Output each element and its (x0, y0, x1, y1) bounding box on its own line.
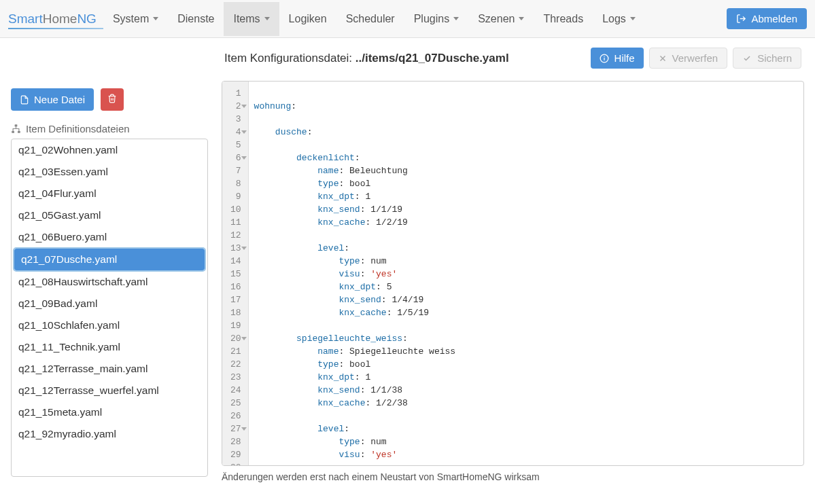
code-editor[interactable]: 1234567891011121314151617181920212223242… (222, 81, 804, 466)
nav-item-threads[interactable]: Threads (534, 2, 593, 36)
code-line[interactable] (254, 461, 803, 465)
svg-rect-5 (604, 57, 604, 60)
nav-item-label: Dienste (177, 13, 214, 25)
code-line[interactable]: knx_dpt: 1 (254, 190, 803, 203)
file-item[interactable]: q21_15meta.yaml (12, 401, 207, 423)
code-line[interactable]: knx_send: 1/1/19 (254, 203, 803, 216)
file-item[interactable]: q21_12Terrasse_main.yaml (12, 358, 207, 380)
brand-part-c: NG (77, 12, 97, 26)
code-line[interactable]: name: Spiegelleuchte weiss (254, 345, 803, 358)
code-line[interactable]: visu: 'yes' (254, 448, 803, 461)
line-number: 23 (230, 371, 241, 384)
code-line[interactable]: type: bool (254, 358, 803, 371)
line-number: 16 (230, 281, 241, 293)
nav-item-label: Scheduler (346, 13, 395, 25)
save-button: Sichern (733, 48, 801, 69)
file-item[interactable]: q21_06Buero.yaml (12, 226, 207, 248)
code-line[interactable]: level: (254, 242, 803, 255)
code-line[interactable] (254, 319, 803, 332)
file-item[interactable]: q21_09Bad.yaml (12, 293, 207, 314)
code-line[interactable]: type: num (254, 435, 803, 448)
nav-item-logiken[interactable]: Logiken (279, 2, 336, 36)
nav-item-plugins[interactable]: Plugins (404, 2, 468, 36)
nav-item-label: Plugins (414, 13, 449, 25)
new-file-button[interactable]: Neue Datei (11, 88, 94, 111)
code-line[interactable]: knx_cache: 1/2/19 (254, 216, 803, 229)
file-list-heading: Item Definitionsdateien (11, 123, 208, 134)
chevron-down-icon (453, 17, 459, 20)
file-item[interactable]: q21_04Flur.yaml (12, 183, 207, 204)
code-line[interactable]: dusche: (254, 126, 803, 139)
code-line[interactable] (254, 87, 803, 100)
code-line[interactable]: wohnung: (254, 100, 803, 113)
line-number: 13 (230, 242, 241, 255)
svg-rect-6 (604, 56, 604, 56)
nav-left: SmartHomeNG SystemDiensteItemsLogikenSch… (8, 2, 645, 36)
file-item[interactable]: q21_10Schlafen.yaml (12, 314, 207, 336)
chevron-down-icon (519, 17, 524, 20)
line-number: 28 (230, 435, 241, 448)
nav-item-dienste[interactable]: Dienste (168, 2, 224, 36)
logout-button[interactable]: Abmelden (727, 8, 807, 29)
page-title-prefix: Item Konfigurationsdatei: (224, 52, 356, 65)
chevron-down-icon (153, 17, 158, 20)
save-label: Sichern (757, 52, 792, 64)
code-line[interactable] (254, 410, 803, 422)
line-number: 11 (230, 216, 241, 229)
nav-item-szenen[interactable]: Szenen (468, 2, 534, 36)
line-number: 10 (230, 203, 241, 216)
code-line[interactable]: type: num (254, 255, 803, 268)
code-line[interactable]: type: bool (254, 177, 803, 190)
code-line[interactable]: knx_cache: 1/2/38 (254, 397, 803, 410)
brand-logo[interactable]: SmartHomeNG (8, 12, 103, 26)
chevron-down-icon (630, 17, 636, 20)
line-number: 25 (230, 397, 241, 410)
nav-item-label: Logs (602, 13, 626, 25)
code-line[interactable]: knx_dpt: 1 (254, 371, 803, 384)
line-number: 4 (230, 126, 241, 139)
file-item[interactable]: q21_02Wohnen.yaml (12, 139, 207, 161)
footer-note: Änderungen werden erst nach einem Neusta… (222, 471, 804, 482)
code-line[interactable]: deckenlicht: (254, 151, 803, 164)
delete-file-button[interactable] (101, 88, 124, 111)
line-number: 5 (230, 139, 241, 151)
line-number: 14 (230, 255, 241, 268)
svg-rect-2 (12, 131, 14, 133)
file-item[interactable]: q21_08Hauswirtschaft.yaml (12, 271, 207, 293)
code-line[interactable] (254, 229, 803, 242)
line-number: 26 (230, 410, 241, 422)
file-item[interactable]: q21_92myradio.yaml (12, 423, 207, 445)
line-number: 21 (230, 345, 241, 358)
help-button[interactable]: Hilfe (591, 48, 644, 69)
code-line[interactable]: name: Beleuchtung (254, 164, 803, 177)
file-item[interactable]: q21_12Terrasse_wuerfel.yaml (12, 380, 207, 401)
line-number: 27 (230, 422, 241, 435)
file-item[interactable]: q21_07Dusche.yaml (14, 249, 205, 270)
content: Item Konfigurationsdatei: ../items/q21_0… (222, 48, 804, 482)
brand-part-b: Home (43, 12, 77, 26)
code-line[interactable] (254, 139, 803, 151)
nav-item-scheduler[interactable]: Scheduler (336, 2, 404, 36)
line-number: 3 (230, 113, 241, 126)
file-item[interactable]: q21_11_Technik.yaml (12, 336, 207, 358)
nav-item-label: Logiken (289, 13, 327, 25)
nav-item-logs[interactable]: Logs (593, 2, 645, 36)
file-item[interactable]: q21_03Essen.yaml (12, 161, 207, 183)
nav-item-label: Threads (543, 13, 583, 25)
code-line[interactable]: knx_send: 1/4/19 (254, 293, 803, 306)
code-line[interactable]: knx_dpt: 5 (254, 281, 803, 293)
editor-code[interactable]: wohnung: dusche: deckenlicht: name: Bele… (249, 82, 803, 465)
code-line[interactable]: knx_send: 1/1/38 (254, 384, 803, 397)
nav-item-system[interactable]: System (103, 2, 168, 36)
code-line[interactable]: visu: 'yes' (254, 268, 803, 281)
code-line[interactable]: knx_cache: 1/5/19 (254, 306, 803, 319)
nav-item-label: System (113, 13, 149, 25)
code-line[interactable] (254, 113, 803, 126)
line-number: 17 (230, 293, 241, 306)
code-line[interactable]: spiegelleuchte_weiss: (254, 332, 803, 345)
code-line[interactable]: level: (254, 422, 803, 435)
page-title: Item Konfigurationsdatei: ../items/q21_0… (224, 52, 509, 65)
file-item[interactable]: q21_05Gast.yaml (12, 204, 207, 226)
nav-item-items[interactable]: Items (224, 2, 279, 36)
file-list[interactable]: q21_02Wohnen.yamlq21_03Essen.yamlq21_04F… (11, 139, 208, 477)
